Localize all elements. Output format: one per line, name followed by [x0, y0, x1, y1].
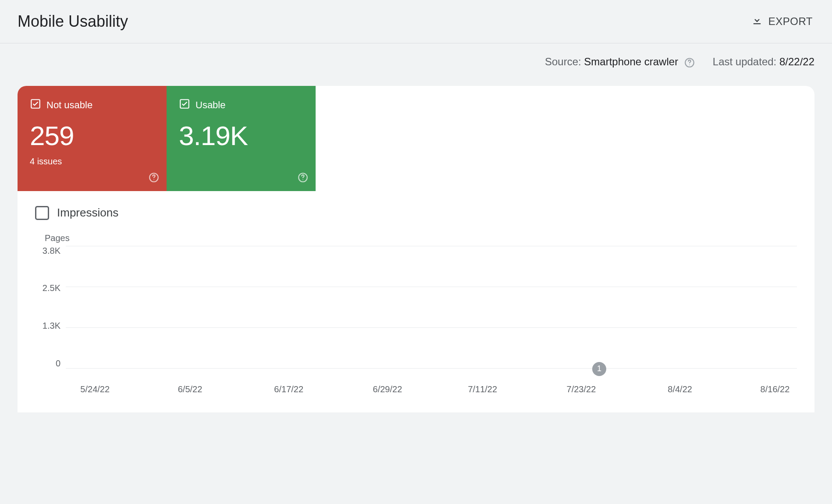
export-label: EXPORT [768, 15, 813, 28]
checkbox-checked-icon [30, 98, 41, 112]
tile-usable[interactable]: Usable 3.19K [167, 86, 316, 191]
y-tick: 2.5K [43, 283, 60, 293]
source-info: Source: Smartphone crawler [545, 56, 695, 68]
y-axis-title: Pages [35, 233, 797, 243]
help-icon[interactable] [684, 57, 695, 68]
tile-value: 3.19K [179, 120, 303, 151]
source-value: Smartphone crawler [584, 56, 678, 67]
svg-point-7 [302, 179, 303, 180]
export-button[interactable]: EXPORT [749, 11, 814, 32]
meta-row: Source: Smartphone crawler Last updated:… [0, 43, 832, 86]
y-tick: 3.8K [43, 246, 60, 256]
y-tick: 0 [56, 358, 60, 369]
chart-area: 3.8K2.5K1.3K0 1 [35, 246, 797, 369]
tile-sub: 4 issues [30, 156, 154, 167]
gridline [66, 287, 797, 287]
tile-not-usable[interactable]: Not usable 259 4 issues [18, 86, 167, 191]
x-tick: 6/29/22 [373, 384, 402, 394]
x-axis-ticks: 5/24/226/5/226/17/226/29/227/11/227/23/2… [66, 384, 797, 395]
updated-label: Last updated: [713, 56, 776, 67]
x-tick: 5/24/22 [80, 384, 110, 394]
tile-label: Usable [196, 99, 225, 111]
x-tick: 7/23/22 [567, 384, 596, 394]
x-tick: 6/5/22 [178, 384, 203, 394]
page-title: Mobile Usability [18, 12, 128, 31]
chart-annotation-marker[interactable]: 1 [592, 362, 606, 376]
x-tick: 8/16/22 [761, 384, 790, 394]
svg-point-1 [689, 64, 690, 65]
checkbox-checked-icon [179, 98, 190, 112]
gridline [66, 368, 797, 369]
download-icon [751, 14, 763, 29]
impressions-checkbox[interactable] [35, 206, 49, 220]
updated-info: Last updated: 8/22/22 [713, 56, 814, 68]
y-axis-ticks: 3.8K2.5K1.3K0 [35, 246, 66, 369]
x-tick: 8/4/22 [668, 384, 692, 394]
help-icon[interactable] [297, 172, 309, 185]
gridline [66, 246, 797, 246]
bars-container [66, 246, 797, 368]
plot-area[interactable]: 1 [66, 246, 797, 369]
tile-value: 259 [30, 120, 154, 151]
tile-header: Usable [179, 98, 303, 112]
page-header: Mobile Usability EXPORT [0, 0, 832, 43]
tile-label: Not usable [46, 99, 92, 111]
chart: Pages 3.8K2.5K1.3K0 1 5/24/226/5/226/17/… [18, 224, 814, 395]
tile-header: Not usable [30, 98, 154, 112]
help-icon[interactable] [148, 172, 160, 185]
summary-tiles: Not usable 259 4 issues Usable 3.19K [18, 86, 814, 191]
y-tick: 1.3K [43, 321, 60, 331]
svg-point-4 [153, 179, 154, 180]
gridline [66, 327, 797, 328]
main-card: Not usable 259 4 issues Usable 3.19K Imp [18, 86, 814, 412]
x-tick: 7/11/22 [468, 384, 497, 394]
x-tick: 6/17/22 [274, 384, 303, 394]
source-label: Source: [545, 56, 581, 67]
impressions-toggle-row: Impressions [18, 191, 814, 224]
updated-value: 8/22/22 [779, 56, 814, 67]
impressions-label: Impressions [57, 206, 118, 220]
